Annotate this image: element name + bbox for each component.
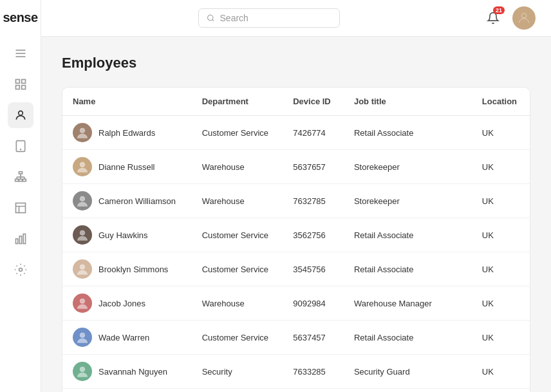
header-right: 21 (481, 6, 536, 30)
cell-name: Jane Cooper (62, 389, 192, 393)
cell-device-id: 3545756 (283, 252, 344, 286)
sidebar-item-org-chart[interactable] (8, 164, 33, 190)
employee-avatar (73, 362, 92, 381)
avatar[interactable] (512, 6, 536, 30)
table-row[interactable]: Wade Warren Customer Service 5637457 Ret… (62, 321, 530, 355)
cell-device-id: 4921333 (283, 389, 344, 393)
svg-rect-21 (19, 236, 21, 244)
cell-department: Security (192, 355, 283, 389)
cell-department: Warehouse (192, 286, 283, 321)
employee-name-text: Guy Hawkins (98, 230, 148, 240)
cell-name: Wade Warren (62, 321, 192, 355)
notification-button[interactable]: 21 (481, 6, 505, 30)
cell-job-title: Storekeeper (344, 150, 472, 184)
col-job-title: Job title (344, 88, 472, 116)
employee-name-text: Jacob Jones (98, 299, 145, 308)
table-row[interactable]: Guy Hawkins Customer Service 3562756 Ret… (62, 218, 530, 252)
app-logo: sense (3, 10, 37, 25)
svg-point-32 (80, 299, 85, 304)
cell-location: UK (472, 150, 530, 184)
cell-job-title: Security Guard (344, 355, 472, 389)
table-row[interactable]: Ralph Edwards Customer Service 7426774 R… (62, 116, 530, 150)
svg-rect-6 (21, 86, 25, 89)
employee-name-text: Ralph Edwards (98, 128, 155, 138)
employee-avatar (73, 294, 92, 313)
cell-device-id: 5637657 (283, 150, 344, 184)
svg-point-24 (208, 15, 213, 20)
cell-device-id: 7632785 (283, 184, 344, 218)
sidebar-item-devices[interactable] (8, 133, 33, 159)
cell-name: Brooklyn Simmons (62, 252, 192, 286)
cell-job-title: Retail Associate (344, 321, 472, 355)
table-row[interactable]: Savannah Nguyen Security 7633285 Securit… (62, 355, 530, 389)
employee-avatar (73, 328, 92, 347)
svg-point-28 (80, 162, 85, 167)
main-area: 21 Employees Name Department Device ID J… (41, 0, 551, 392)
employee-avatar (73, 123, 92, 142)
table-row[interactable]: Brooklyn Simmons Customer Service 354575… (62, 252, 530, 286)
svg-rect-19 (15, 203, 25, 213)
svg-line-25 (212, 19, 214, 21)
col-device-id: Device ID (283, 88, 344, 116)
cell-location: UK (472, 389, 530, 393)
col-name: Name (62, 88, 192, 116)
cell-location: UK (472, 355, 530, 389)
cell-location: UK (472, 218, 530, 252)
cell-name: Cameron Williamson (62, 184, 192, 218)
sidebar: sense (0, 0, 41, 392)
cell-department: Customer Service (192, 218, 283, 252)
search-bar[interactable] (198, 8, 340, 28)
sidebar-item-dashboard[interactable] (8, 71, 33, 97)
sidebar-item-building[interactable] (8, 195, 33, 221)
employee-avatar (73, 225, 92, 245)
sidebar-item-menu-toggle[interactable] (8, 41, 33, 66)
search-input[interactable] (220, 13, 332, 23)
cell-name: Savannah Nguyen (62, 355, 192, 389)
employee-name-text: Wade Warren (98, 333, 149, 342)
sidebar-item-analytics[interactable] (8, 226, 33, 252)
employee-avatar (73, 191, 92, 210)
table-header-row: Name Department Device ID Job title Loca… (62, 88, 530, 116)
svg-rect-5 (15, 86, 19, 89)
svg-rect-20 (15, 239, 17, 244)
header: 21 (41, 0, 551, 37)
employees-table: Name Department Device ID Job title Loca… (62, 88, 530, 392)
cell-job-title: Retail Associate (344, 116, 472, 150)
table-row[interactable]: Dianne Russell Warehouse 5637657 Storeke… (62, 150, 530, 184)
cell-device-id: 9092984 (283, 286, 344, 321)
table-body: Ralph Edwards Customer Service 7426774 R… (62, 116, 530, 393)
svg-rect-10 (19, 172, 22, 174)
cell-department: Customer Service (192, 116, 283, 150)
sidebar-item-settings[interactable] (8, 257, 33, 283)
page-title: Employees (62, 55, 530, 71)
employee-name-text: Savannah Nguyen (98, 367, 167, 377)
svg-point-31 (80, 265, 85, 270)
sidebar-item-employees[interactable] (8, 102, 33, 128)
cell-location: UK (472, 286, 530, 321)
cell-device-id: 3562756 (283, 218, 344, 252)
table-row[interactable]: Cameron Williamson Warehouse 7632785 Sto… (62, 184, 530, 218)
table-row[interactable]: Jane Cooper Customer Service 4921333 Ret… (62, 389, 530, 393)
col-department: Department (192, 88, 283, 116)
svg-point-23 (19, 268, 22, 272)
cell-location: UK (472, 252, 530, 286)
notification-badge: 21 (493, 6, 505, 14)
svg-point-30 (80, 230, 85, 236)
svg-rect-12 (19, 179, 22, 181)
cell-department: Customer Service (192, 389, 283, 393)
cell-job-title: Retail Associate (344, 252, 472, 286)
search-icon (207, 14, 215, 23)
cell-name: Ralph Edwards (62, 116, 192, 150)
svg-point-26 (521, 14, 526, 18)
employee-avatar (73, 157, 92, 176)
employee-name-text: Brooklyn Simmons (98, 265, 168, 274)
table-row[interactable]: Jacob Jones Warehouse 9092984 Warehouse … (62, 286, 530, 321)
svg-rect-3 (15, 80, 19, 84)
cell-location: UK (472, 116, 530, 150)
col-location: Location (472, 88, 530, 116)
cell-name: Jacob Jones (62, 286, 192, 321)
cell-job-title: Storekeeper (344, 184, 472, 218)
svg-point-33 (80, 333, 85, 338)
employee-name-text: Cameron Williamson (98, 196, 176, 206)
cell-department: Customer Service (192, 252, 283, 286)
